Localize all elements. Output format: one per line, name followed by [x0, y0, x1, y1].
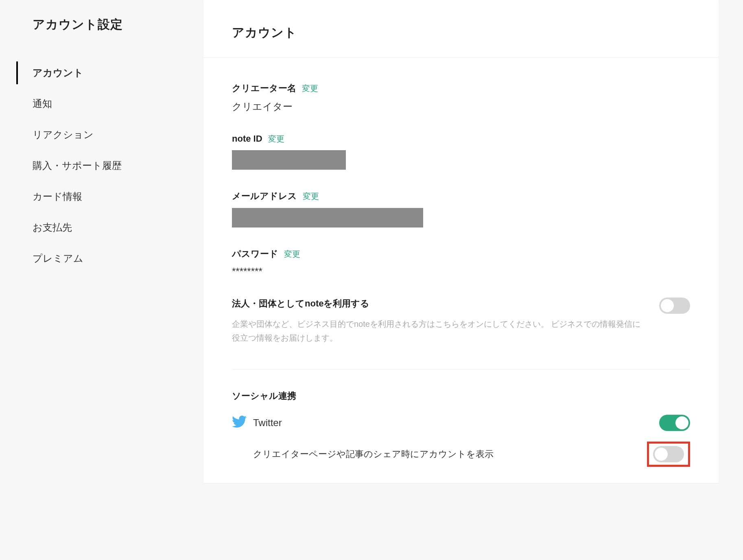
creator-name-label: クリエーター名 — [232, 82, 296, 94]
toggle-knob — [675, 416, 688, 429]
note-id-value-redacted — [232, 150, 346, 170]
twitter-label: Twitter — [253, 417, 282, 429]
sidebar-item-label: カード情報 — [33, 191, 82, 202]
twitter-show-account-toggle[interactable] — [653, 446, 684, 462]
sidebar-item-premium[interactable]: プレミアム — [33, 243, 187, 274]
sidebar-item-label: プレミアム — [33, 253, 83, 264]
change-creator-name-link[interactable]: 変更 — [302, 83, 318, 94]
field-note-id: note ID 変更 — [232, 133, 690, 170]
page-title: アカウント — [232, 24, 690, 41]
change-note-id-link[interactable]: 変更 — [268, 133, 284, 144]
corporate-desc: 企業や団体など、ビジネス目的でnoteを利用される方はこちらをオンにしてください… — [232, 317, 647, 345]
twitter-show-account-row: クリエイターページや記事のシェア時にアカウントを表示 — [232, 442, 690, 467]
creator-name-value: クリエイター — [232, 100, 690, 113]
sidebar-item-purchase-history[interactable]: 購入・サポート履歴 — [33, 150, 187, 181]
card-body: クリエーター名 変更 クリエイター note ID 変更 メールアドレス — [203, 58, 719, 483]
sidebar-item-account[interactable]: アカウント — [33, 57, 187, 88]
sidebar-item-label: お支払先 — [33, 222, 72, 233]
corporate-toggle[interactable] — [659, 298, 690, 314]
twitter-toggle[interactable] — [659, 415, 690, 431]
field-email: メールアドレス 変更 — [232, 190, 690, 228]
twitter-icon — [232, 414, 247, 431]
sidebar-item-card-info[interactable]: カード情報 — [33, 181, 187, 212]
field-creator-name: クリエーター名 変更 クリエイター — [232, 82, 690, 113]
social-twitter-row: Twitter — [232, 414, 690, 431]
corporate-heading: 法人・団体としてnoteを利用する — [232, 298, 647, 310]
divider — [232, 369, 690, 370]
toggle-knob — [661, 299, 674, 312]
note-id-label: note ID — [232, 133, 262, 144]
social-heading: ソーシャル連携 — [232, 390, 690, 402]
sidebar-title: アカウント設定 — [33, 16, 187, 33]
password-label: パスワード — [232, 248, 278, 260]
password-value: ******** — [232, 266, 690, 277]
sidebar-item-payment[interactable]: お支払先 — [33, 212, 187, 243]
sidebar-item-reactions[interactable]: リアクション — [33, 119, 187, 150]
sidebar-item-label: 通知 — [33, 98, 52, 109]
change-email-link[interactable]: 変更 — [303, 191, 319, 202]
email-value-redacted — [232, 208, 423, 228]
field-password: パスワード 変更 ******** — [232, 248, 690, 277]
field-corporate: 法人・団体としてnoteを利用する 企業や団体など、ビジネス目的でnoteを利用… — [232, 298, 690, 345]
sidebar-item-notifications[interactable]: 通知 — [33, 88, 187, 119]
sidebar: アカウント設定 アカウント 通知 リアクション 購入・サポート履歴 カード情報 … — [0, 0, 203, 560]
main-content: アカウント クリエーター名 変更 クリエイター note ID 変更 — [203, 0, 743, 560]
sidebar-item-label: リアクション — [33, 129, 94, 140]
account-card: アカウント クリエーター名 変更 クリエイター note ID 変更 — [203, 0, 719, 483]
twitter-show-account-label: クリエイターページや記事のシェア時にアカウントを表示 — [253, 448, 494, 460]
sidebar-nav: アカウント 通知 リアクション 購入・サポート履歴 カード情報 お支払先 プレミ… — [33, 57, 187, 274]
email-label: メールアドレス — [232, 190, 297, 202]
highlight-box — [647, 442, 690, 467]
toggle-knob — [655, 448, 668, 461]
card-header: アカウント — [203, 0, 719, 58]
sidebar-item-label: 購入・サポート履歴 — [33, 160, 122, 171]
sidebar-item-label: アカウント — [33, 67, 83, 78]
change-password-link[interactable]: 変更 — [284, 249, 300, 260]
